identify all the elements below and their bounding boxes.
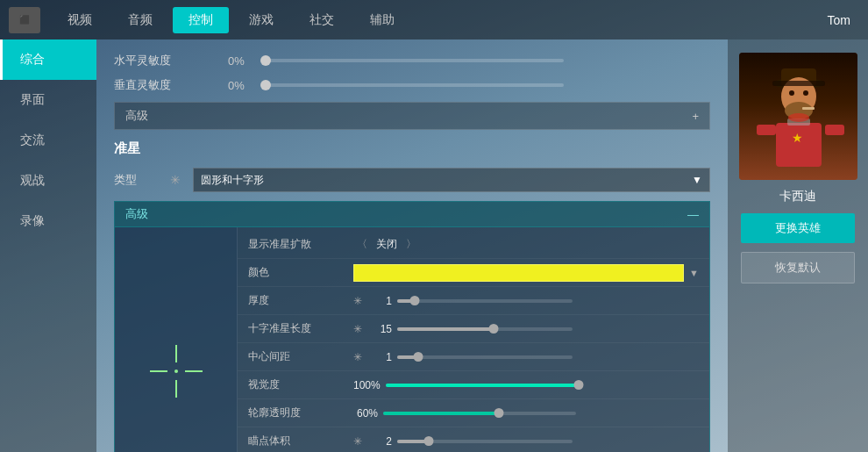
outline-opacity-slider[interactable] <box>383 412 576 415</box>
svg-rect-15 <box>772 81 825 86</box>
horizontal-slider-thumb[interactable] <box>260 55 271 66</box>
dot-size-slider-thumb[interactable] <box>424 436 434 446</box>
sidebar-item-general[interactable]: 综合 <box>0 39 96 80</box>
crosshair-advanced-inner: 显示准星扩散 〈 关闭 〉 颜色 ▼ <box>115 227 709 452</box>
opacity-slider-fill <box>386 384 579 387</box>
adv-opacity-label: 视觉度 <box>248 377 353 392</box>
adv-opacity-content: 100% <box>353 379 699 391</box>
svg-text:★: ★ <box>792 131 803 145</box>
crosshair-type-row: 类型 ✳ 圆形和十字形 ▼ <box>114 168 710 192</box>
crosshair-settings-list: 显示准星扩散 〈 关闭 〉 颜色 ▼ <box>238 227 709 452</box>
horizontal-slider-track[interactable] <box>266 59 564 62</box>
sidebar-item-spectate[interactable]: 观战 <box>0 161 96 201</box>
outline-opacity-slider-fill <box>383 412 499 415</box>
length-slider-fill <box>397 327 494 331</box>
crosshair-color-swatch[interactable] <box>353 264 684 282</box>
nav-item-audio[interactable]: 音频 <box>112 7 168 33</box>
crosshair-type-star-icon[interactable]: ✳ <box>165 173 186 187</box>
adv-length-content: ✳ 15 <box>353 323 699 335</box>
dot-size-slider[interactable] <box>397 440 573 443</box>
adv-thickness-content: ✳ 1 <box>353 295 699 307</box>
adv-row-opacity: 视觉度 100% <box>238 371 709 399</box>
hero-portrait-svg: ★ <box>739 53 857 180</box>
top-nav: ⬛ 视频 音频 控制 游戏 社交 辅助 Tom <box>0 0 868 39</box>
vertical-sensitivity-value: 0% <box>228 79 710 92</box>
hero-name: 卡西迪 <box>779 189 816 204</box>
adv-gap-content: ✳ 1 <box>353 351 699 363</box>
svg-point-4 <box>174 369 178 373</box>
sensitivity-advanced-label: 高级 <box>125 108 148 124</box>
adv-dot-size-content: ✳ 2 <box>353 435 699 448</box>
hero-portrait: ★ <box>739 53 857 180</box>
crosshair-advanced-header[interactable]: 高级 — <box>115 202 709 227</box>
color-dropdown-icon[interactable]: ▼ <box>689 268 699 278</box>
adv-spread-label: 显示准星扩散 <box>248 237 353 252</box>
gap-slider-thumb[interactable] <box>414 352 423 362</box>
nav-item-assist[interactable]: 辅助 <box>354 7 410 33</box>
thickness-slider[interactable] <box>397 299 573 303</box>
adv-row-gap: 中心间距 ✳ 1 <box>238 343 709 371</box>
outline-opacity-value: 60% <box>353 407 378 420</box>
restore-default-button[interactable]: 恢复默认 <box>741 252 855 283</box>
crosshair-advanced-label: 高级 <box>125 206 148 222</box>
sidebar-item-replay[interactable]: 录像 <box>0 201 96 241</box>
sensitivity-advanced-icon: + <box>692 110 699 123</box>
vertical-slider-thumb[interactable] <box>260 80 271 90</box>
crosshair-type-select[interactable]: 圆形和十字形 ▼ <box>193 168 710 192</box>
sidebar-item-communication[interactable]: 交流 <box>0 120 96 161</box>
svg-point-9 <box>789 90 794 96</box>
dot-size-value: 2 <box>367 435 392 448</box>
length-slider[interactable] <box>397 327 573 331</box>
right-panel: ★ 卡西迪 更换英雄 恢复默认 <box>728 39 868 452</box>
sidebar: 综合 界面 交流 观战 录像 <box>0 39 96 452</box>
sensitivity-advanced-bar[interactable]: 高级 + <box>114 102 710 130</box>
horizontal-pct-label: 0% <box>228 54 259 68</box>
nav-item-video[interactable]: 视频 <box>52 7 108 33</box>
adv-gap-label: 中心间距 <box>248 349 353 364</box>
spread-right-chevron[interactable]: 〉 <box>402 237 420 252</box>
opacity-value: 100% <box>353 379 381 391</box>
crosshair-advanced-collapse-icon[interactable]: — <box>687 208 699 221</box>
main-layout: 综合 界面 交流 观战 录像 水平灵敏度 0% 垂直灵敏度 0% <box>0 39 868 452</box>
change-hero-button[interactable]: 更换英雄 <box>741 213 855 243</box>
gap-star-icon: ✳ <box>353 351 362 363</box>
gap-slider[interactable] <box>397 355 573 359</box>
crosshair-svg <box>141 336 211 406</box>
svg-rect-14 <box>802 107 815 110</box>
crosshair-section-title: 准星 <box>114 140 710 157</box>
nav-item-game[interactable]: 游戏 <box>233 7 289 33</box>
sidebar-item-interface[interactable]: 界面 <box>0 80 96 120</box>
adv-row-length: 十字准星长度 ✳ 15 <box>238 315 709 343</box>
svg-point-18 <box>788 113 809 122</box>
adv-color-label: 颜色 <box>248 265 353 280</box>
crosshair-preview <box>115 227 238 452</box>
thickness-value: 1 <box>367 295 392 307</box>
adv-thickness-label: 厚度 <box>248 293 353 308</box>
adv-row-color: 颜色 ▼ <box>238 259 709 287</box>
length-star-icon: ✳ <box>353 323 362 335</box>
nav-item-control[interactable]: 控制 <box>173 7 229 33</box>
opacity-slider[interactable] <box>386 384 579 387</box>
adv-row-dot-size: 瞄点体积 ✳ 2 <box>238 427 709 452</box>
horizontal-sensitivity-value: 0% <box>228 54 710 68</box>
outline-opacity-slider-thumb[interactable] <box>494 408 504 418</box>
nav-item-social[interactable]: 社交 <box>294 7 350 33</box>
thickness-slider-thumb[interactable] <box>410 296 420 305</box>
crosshair-advanced-panel: 高级 — <box>114 201 710 452</box>
spread-left-chevron[interactable]: 〈 <box>353 237 371 252</box>
adv-outline-opacity-label: 轮廓透明度 <box>248 405 353 420</box>
length-slider-thumb[interactable] <box>489 324 499 334</box>
vertical-slider-track[interactable] <box>266 83 564 87</box>
dot-size-star-icon: ✳ <box>353 435 362 448</box>
horizontal-sensitivity-label: 水平灵敏度 <box>114 53 228 68</box>
adv-outline-opacity-content: 60% <box>353 407 699 420</box>
crosshair-type-label: 类型 <box>114 172 158 188</box>
adv-row-spread: 显示准星扩散 〈 关闭 〉 <box>238 231 709 259</box>
svg-rect-11 <box>776 123 822 167</box>
crosshair-type-value: 圆形和十字形 <box>201 173 264 188</box>
adv-spread-content: 〈 关闭 〉 <box>353 237 699 252</box>
adv-color-content: ▼ <box>353 264 699 282</box>
svg-rect-13 <box>825 125 844 135</box>
opacity-slider-thumb[interactable] <box>573 380 583 390</box>
adv-row-thickness: 厚度 ✳ 1 <box>238 287 709 315</box>
